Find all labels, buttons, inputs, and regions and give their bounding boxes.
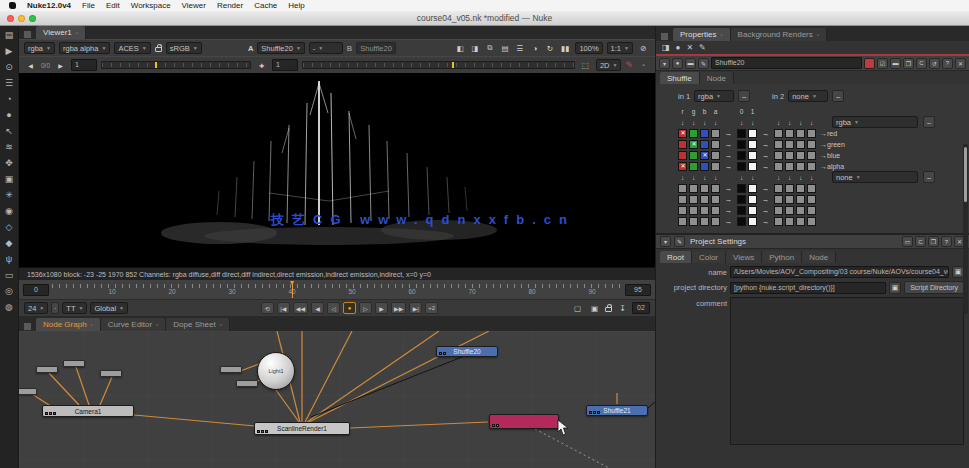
3d-icon[interactable]: ◉ bbox=[2, 205, 17, 218]
out1-dropdown-remove-button[interactable]: – bbox=[923, 116, 935, 128]
matrix-chip[interactable] bbox=[737, 140, 746, 149]
menu-edit[interactable]: Edit bbox=[106, 1, 120, 10]
in2-dropdown[interactable]: none▼ bbox=[788, 90, 828, 102]
range-last-icon[interactable]: ▣ bbox=[588, 302, 601, 314]
matrix-chip[interactable] bbox=[748, 184, 757, 193]
node-color-swatch[interactable] bbox=[864, 58, 875, 69]
matrix-chip[interactable] bbox=[678, 195, 687, 204]
keyer-icon[interactable]: ✥ bbox=[2, 157, 17, 170]
expand-icon[interactable]: ▾ bbox=[659, 58, 670, 69]
project-tab-color[interactable]: Color bbox=[692, 251, 726, 263]
node-stub6[interactable] bbox=[19, 388, 37, 395]
node-light1[interactable]: Light1 bbox=[257, 352, 295, 390]
undo-node-icon[interactable]: ↺ bbox=[929, 58, 940, 69]
frame-fit-icon[interactable]: ⬚ bbox=[579, 59, 592, 71]
matrix-chip[interactable] bbox=[748, 195, 757, 204]
matrix-chip[interactable] bbox=[807, 140, 816, 149]
matrix-chip[interactable] bbox=[774, 184, 783, 193]
apple-icon[interactable] bbox=[9, 2, 16, 9]
matrix-chip[interactable] bbox=[689, 217, 698, 226]
collapse-icon[interactable]: ▾ bbox=[660, 236, 671, 247]
tab-close-icon[interactable]: ▫ bbox=[91, 322, 93, 328]
matrix-chip[interactable] bbox=[711, 162, 720, 171]
mini-timeline-a[interactable] bbox=[101, 61, 251, 69]
out2-dropdown-remove-button[interactable]: – bbox=[923, 171, 935, 183]
add-keyframe-icon[interactable]: ✚ bbox=[255, 59, 268, 71]
zoom-level-dropdown[interactable]: 100% bbox=[575, 42, 602, 54]
viewer-2d3d-dropdown[interactable]: 2D▼ bbox=[596, 59, 622, 71]
matrix-chip[interactable] bbox=[678, 140, 687, 149]
filter-icon[interactable]: ≋ bbox=[2, 141, 17, 154]
export-icon[interactable]: ↧ bbox=[616, 302, 629, 314]
matrix-chip[interactable] bbox=[807, 206, 816, 215]
lock-range-icon[interactable] bbox=[605, 307, 612, 312]
merge-icon[interactable]: ▣ bbox=[2, 173, 17, 186]
matrix-chip[interactable] bbox=[678, 206, 687, 215]
fps-lock-button[interactable]: · bbox=[51, 302, 59, 314]
roi-pen-icon[interactable]: ✎ bbox=[625, 60, 633, 70]
dope-sheet-icon[interactable]: ▬ bbox=[890, 58, 901, 69]
matrix-chip[interactable] bbox=[774, 151, 783, 160]
project-tab-root[interactable]: Root bbox=[660, 251, 692, 263]
menu-viewer[interactable]: Viewer bbox=[182, 1, 206, 10]
menu-help[interactable]: Help bbox=[288, 1, 304, 10]
minimize-window-button[interactable] bbox=[18, 15, 25, 22]
matrix-chip[interactable] bbox=[737, 151, 746, 160]
prev-frame-icon[interactable]: ◀ bbox=[24, 59, 37, 71]
matrix-chip[interactable] bbox=[711, 206, 720, 215]
goto-start-button[interactable]: |◀ bbox=[277, 302, 290, 314]
next-keyframe-button[interactable]: ▶▶ bbox=[391, 302, 406, 314]
display-channels-dropdown[interactable]: rgba alpha▼ bbox=[59, 42, 110, 54]
tab-properties[interactable]: Properties▫ bbox=[673, 28, 731, 41]
pause-icon[interactable]: ▮▮ bbox=[558, 42, 571, 54]
clear-all-icon[interactable]: ✕ bbox=[686, 43, 693, 52]
tab-curve-editor[interactable]: Curve Editor▫ bbox=[101, 318, 167, 331]
in1-remove-button[interactable]: – bbox=[738, 90, 750, 102]
color-picker-icon[interactable]: ✎ bbox=[674, 236, 685, 247]
matrix-chip[interactable] bbox=[807, 162, 816, 171]
matrix-chip[interactable] bbox=[689, 162, 698, 171]
matrix-chip[interactable] bbox=[700, 140, 709, 149]
matrix-chip[interactable] bbox=[785, 140, 794, 149]
matrix-chip[interactable] bbox=[796, 151, 805, 160]
metadata-icon[interactable]: ▭ bbox=[2, 269, 17, 282]
matrix-chip[interactable] bbox=[689, 184, 698, 193]
channel-icon[interactable]: ● bbox=[2, 109, 17, 122]
tab-shuffle[interactable]: Shuffle bbox=[660, 72, 700, 84]
tt-dropdown[interactable]: TT▼ bbox=[62, 302, 87, 314]
roi-icon[interactable]: ⊘ bbox=[637, 42, 650, 54]
script-directory-button[interactable]: Script Directory bbox=[904, 281, 964, 294]
frame-field-a[interactable]: 1 bbox=[71, 59, 97, 71]
out1-dropdown[interactable]: rgba▼ bbox=[832, 116, 918, 128]
tab-viewer1[interactable]: Viewer1 ▫ bbox=[36, 26, 86, 39]
float-panel-icon[interactable]: ❐ bbox=[928, 236, 939, 247]
matrix-chip[interactable] bbox=[711, 151, 720, 160]
matrix-chip[interactable] bbox=[774, 195, 783, 204]
matrix-chip[interactable] bbox=[807, 129, 816, 138]
node-stub4[interactable] bbox=[63, 360, 85, 367]
preview-icon[interactable]: ● bbox=[672, 58, 683, 69]
time-icon[interactable]: ◔ bbox=[2, 93, 17, 106]
matrix-chip[interactable] bbox=[796, 162, 805, 171]
node-stub5[interactable] bbox=[100, 370, 122, 377]
ocio-dropdown[interactable]: ACES▼ bbox=[114, 42, 150, 54]
refresh-icon[interactable]: ↻ bbox=[543, 42, 556, 54]
matrix-chip[interactable] bbox=[678, 217, 687, 226]
tab-node-graph[interactable]: Node Graph▫ bbox=[36, 318, 101, 331]
in1-dropdown[interactable]: rgba▼ bbox=[694, 90, 734, 102]
matrix-chip[interactable] bbox=[689, 195, 698, 204]
views-icon[interactable]: ψ bbox=[2, 253, 17, 266]
matrix-chip[interactable] bbox=[737, 206, 746, 215]
matrix-chip[interactable] bbox=[737, 184, 746, 193]
panels-icon[interactable]: ▤ bbox=[498, 42, 511, 54]
draw-icon[interactable]: ☰ bbox=[2, 77, 17, 90]
node-scanlinerender1[interactable]: ScanlineRender1 bbox=[254, 422, 350, 435]
matrix-chip[interactable] bbox=[796, 195, 805, 204]
matrix-chip[interactable] bbox=[737, 217, 746, 226]
hide-input-icon[interactable]: ▬ bbox=[685, 58, 696, 69]
menu-workspace[interactable]: Workspace bbox=[131, 1, 171, 10]
tab-background-renders[interactable]: Background Renders▫ bbox=[731, 28, 827, 41]
comment-field[interactable] bbox=[730, 297, 964, 445]
center-icon[interactable]: C bbox=[915, 236, 926, 247]
colorspace-lock-icon[interactable] bbox=[155, 47, 162, 52]
